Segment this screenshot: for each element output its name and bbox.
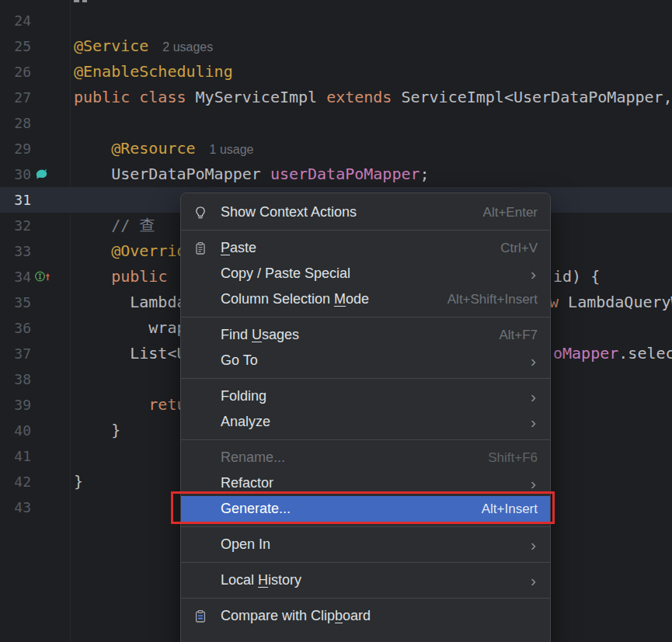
- menu-item-paste[interactable]: PasteCtrl+V: [181, 235, 550, 261]
- menu-item-local-history[interactable]: Local History›: [181, 567, 550, 593]
- code-text-right-fragment: oMapper.select: [553, 341, 672, 366]
- menu-item-label: Open In: [221, 536, 270, 553]
- line-number[interactable]: 36: [0, 315, 31, 341]
- line-number[interactable]: 25: [0, 33, 31, 59]
- code-text-right-fragment: id) {: [553, 264, 600, 290]
- menu-shortcut: Alt+Insert: [463, 501, 538, 517]
- usages-inlay-hint[interactable]: 1 usage: [210, 143, 254, 156]
- menu-separator: [181, 439, 550, 440]
- editor-context-menu: Show Context ActionsAlt+EnterPasteCtrl+V…: [180, 193, 551, 642]
- code-line-28[interactable]: 28: [0, 110, 672, 136]
- menu-item-open-in[interactable]: Open In›: [181, 532, 550, 557]
- usages-inlay-hint[interactable]: 2 usages: [162, 40, 213, 54]
- menu-item-find-usages[interactable]: Find UsagesAlt+F7: [181, 322, 550, 348]
- menu-item-column-selection-mode[interactable]: Column Selection ModeAlt+Shift+Insert: [181, 286, 550, 312]
- paste-icon: [193, 241, 214, 255]
- code-text-right-fragment: w LambdaQueryWrapp: [549, 290, 672, 315]
- submenu-chevron-icon: ›: [531, 475, 536, 491]
- code-text: @Override: [74, 238, 196, 264]
- code-line-24[interactable]: 24: [0, 8, 672, 33]
- menu-item-label: Rename...: [221, 449, 285, 466]
- menu-item-generate[interactable]: Generate...Alt+Insert: [181, 496, 550, 522]
- submenu-chevron-icon: ›: [531, 352, 536, 369]
- line-number[interactable]: 29: [0, 136, 31, 161]
- menu-shortcut: Shift+F6: [469, 450, 538, 466]
- menu-item-label: Go To: [221, 352, 258, 369]
- menu-item-label: Generate...: [221, 501, 291, 517]
- code-line-27[interactable]: 27public class MyServiceImpl extends Ser…: [0, 85, 672, 110]
- menu-separator: [181, 526, 550, 527]
- submenu-chevron-icon: ›: [531, 536, 536, 553]
- menu-item-refactor[interactable]: Refactor›: [181, 470, 550, 496]
- line-number[interactable]: 43: [0, 495, 31, 520]
- line-number[interactable]: 39: [0, 392, 31, 418]
- code-text: public: [74, 264, 176, 290]
- menu-item-rename[interactable]: Rename...Shift+F6: [181, 445, 550, 470]
- menu-item-label: Analyze: [221, 414, 270, 430]
- code-line-25[interactable]: 25@Service2 usages: [0, 33, 672, 59]
- menu-item-compare-with-clipboard[interactable]: Compare with Clipboard: [181, 603, 550, 629]
- menu-item-label: Local History: [221, 572, 301, 588]
- line-number[interactable]: 35: [0, 290, 31, 315]
- menu-item-folding[interactable]: Folding›: [181, 383, 550, 409]
- code-text: }: [74, 418, 120, 443]
- menu-item-label: Paste: [221, 240, 256, 256]
- menu-separator: [181, 378, 550, 379]
- code-text: @Resource1 usage: [74, 136, 253, 161]
- implements-method-icon[interactable]: [34, 269, 54, 284]
- submenu-chevron-icon: ›: [531, 414, 536, 430]
- submenu-chevron-icon: ›: [531, 265, 536, 282]
- menu-separator: [181, 598, 550, 599]
- submenu-chevron-icon: ›: [531, 572, 536, 588]
- code-text: }: [74, 469, 83, 495]
- line-number[interactable]: 40: [0, 418, 31, 443]
- line-number[interactable]: 32: [0, 213, 31, 238]
- line-number[interactable]: 24: [0, 8, 31, 33]
- spring-bean-icon[interactable]: [34, 167, 54, 182]
- line-number[interactable]: 31: [0, 187, 31, 213]
- clipped-code-artifact: [82, 0, 87, 2]
- code-text: @Service2 usages: [74, 33, 213, 59]
- line-number[interactable]: 28: [0, 110, 31, 136]
- code-line-26[interactable]: 26@EnableScheduling: [0, 59, 672, 85]
- menu-item-analyze[interactable]: Analyze›: [181, 409, 550, 435]
- menu-item-label: Refactor: [221, 475, 273, 491]
- code-line-30[interactable]: 30 UserDataPoMapper userDataPoMapper;: [0, 161, 672, 187]
- line-number[interactable]: 34: [0, 264, 31, 290]
- menu-item-label: Copy / Paste Special: [221, 265, 350, 282]
- line-number[interactable]: 27: [0, 85, 31, 110]
- line-number[interactable]: 41: [0, 443, 31, 469]
- code-line-29[interactable]: 29 @Resource1 usage: [0, 136, 672, 161]
- line-number[interactable]: 30: [0, 161, 31, 187]
- line-number[interactable]: 33: [0, 238, 31, 264]
- submenu-chevron-icon: ›: [531, 388, 536, 404]
- menu-separator: [181, 230, 550, 231]
- menu-separator: [181, 317, 550, 318]
- menu-item-label: Folding: [221, 388, 266, 404]
- menu-shortcut: Alt+Enter: [465, 205, 538, 220]
- line-number[interactable]: 42: [0, 469, 31, 495]
- code-text: UserDataPoMapper userDataPoMapper;: [74, 161, 430, 187]
- menu-item-show-context-actions[interactable]: Show Context ActionsAlt+Enter: [181, 200, 550, 225]
- menu-separator: [181, 562, 550, 563]
- line-number[interactable]: 37: [0, 341, 31, 366]
- menu-item-label: Compare with Clipboard: [221, 608, 371, 624]
- code-text: public class MyServiceImpl extends Servi…: [74, 85, 672, 110]
- menu-item-label: Find Usages: [221, 327, 299, 343]
- menu-item-copy-paste-special[interactable]: Copy / Paste Special›: [181, 261, 550, 286]
- menu-shortcut: Ctrl+V: [482, 241, 538, 256]
- clipped-code-artifact: [74, 0, 79, 2]
- compare-clipboard-icon: [193, 609, 214, 623]
- line-number[interactable]: 38: [0, 366, 31, 392]
- menu-item-go-to[interactable]: Go To›: [181, 348, 550, 373]
- lightbulb-icon: [193, 206, 214, 220]
- menu-shortcut: Alt+Shift+Insert: [429, 292, 538, 307]
- line-number[interactable]: 26: [0, 59, 31, 85]
- menu-item-label: Show Context Actions: [221, 204, 357, 220]
- code-text: // 查: [74, 213, 155, 238]
- menu-shortcut: Alt+F7: [480, 328, 538, 343]
- menu-item-label: Column Selection Mode: [221, 291, 369, 307]
- code-text: @EnableScheduling: [74, 59, 233, 85]
